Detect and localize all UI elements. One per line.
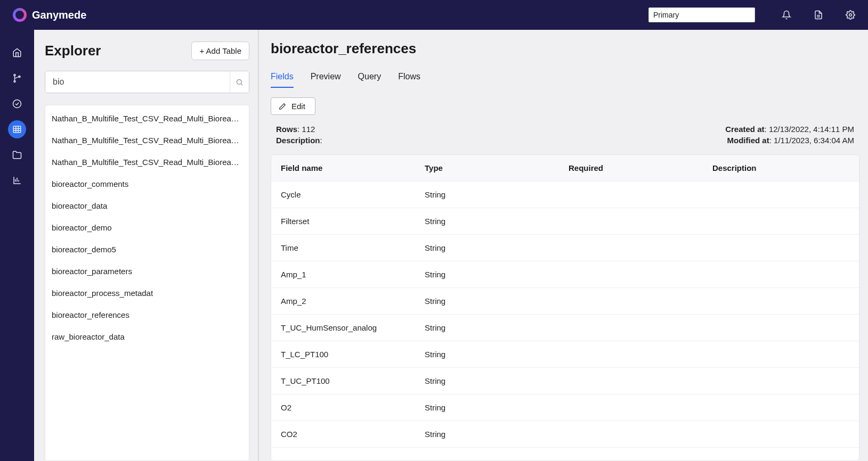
description-label: Description [276,136,320,145]
rail-branch-icon[interactable] [8,69,26,87]
tab-flows[interactable]: Flows [398,72,420,88]
tab-fields[interactable]: Fields [271,72,294,88]
col-field-name: Field name [281,163,425,172]
cell-name: T_UC_HumSensor_analog [281,323,425,332]
notifications-icon[interactable] [782,10,791,20]
rail-folder-icon[interactable] [8,146,26,164]
search-icon [236,78,244,86]
cell-type: String [425,403,569,412]
fields-table: Field name Type Required Description Cyc… [271,154,859,461]
environment-select[interactable] [648,7,755,22]
cell-type: String [425,270,569,279]
rail-check-icon[interactable] [8,95,26,113]
tab-query[interactable]: Query [358,72,382,88]
brand-logo-icon [13,8,27,22]
table-row[interactable]: T_LC_PT100String [271,341,859,368]
table-list-item[interactable]: Nathan_B_Multifile_Test_CSV_Read_Multi_B… [45,108,249,129]
edit-icon [279,103,286,110]
table-list-item[interactable]: raw_bioreactor_data [45,326,249,348]
cell-name: Cycle [281,190,425,199]
cell-type: String [425,297,569,306]
table-row[interactable]: CO2String [271,421,859,448]
tab-preview[interactable]: Preview [311,72,341,88]
svg-point-4 [14,81,15,83]
svg-point-12 [237,79,242,84]
svg-point-6 [13,100,21,108]
table-row[interactable]: TimeString [271,235,859,261]
rows-label: Rows [276,125,297,134]
table-list-item[interactable]: bioreactor_data [45,195,249,217]
cell-name: Time [281,243,425,252]
table-list-item[interactable]: bioreactor_comments [45,173,249,195]
cell-type: String [425,243,569,252]
table-list-item[interactable]: bioreactor_demo [45,217,249,238]
meta-block: Rows: 112 Description: Created at: 12/13… [271,125,859,147]
settings-icon[interactable] [846,10,855,20]
cell-type: String [425,376,569,385]
detail-panel: bioreactor_references Fields Preview Que… [259,30,868,461]
svg-point-3 [14,75,15,76]
page-title: bioreactor_references [271,40,859,57]
table-list-item[interactable]: Nathan_B_Multifile_Test_CSV_Read_Multi_B… [45,129,249,151]
table-row[interactable]: T_UC_HumSensor_analogString [271,315,859,341]
table-row[interactable]: FiltersetString [271,208,859,235]
table-list-item[interactable]: bioreactor_references [45,304,249,326]
search-wrap [45,71,249,93]
sidebar-rail [0,30,34,461]
explorer-title: Explorer [45,43,101,59]
table-row[interactable]: Amp_1String [271,261,859,288]
table-list-item[interactable]: bioreactor_process_metadat [45,282,249,304]
cell-type: String [425,350,569,359]
col-type: Type [425,163,569,172]
modified-value: 1/11/2023, 6:34:04 AM [774,136,854,145]
table-list[interactable]: Nathan_B_Multifile_Test_CSV_Read_Multi_B… [45,105,249,461]
table-row[interactable]: CycleString [271,182,859,208]
rail-table-icon[interactable] [8,120,26,138]
col-description: Description [712,163,849,172]
cell-name: O2 [281,403,425,412]
table-row[interactable]: O2String [271,394,859,421]
table-list-item[interactable]: bioreactor_demo5 [45,238,249,260]
cell-name: Amp_2 [281,297,425,306]
fields-table-header: Field name Type Required Description [271,155,859,182]
svg-point-2 [849,14,852,17]
brand[interactable]: Ganymede [13,8,86,22]
search-button[interactable] [230,71,249,93]
cell-name: Amp_1 [281,270,425,279]
brand-name: Ganymede [32,9,86,21]
cell-name: CO2 [281,430,425,439]
cell-name: T_LC_PT100 [281,350,425,359]
col-required: Required [569,163,712,172]
explorer-panel: Explorer + Add Table Nathan_B_Multifile_… [34,30,259,461]
tabs: Fields Preview Query Flows [271,72,859,88]
cell-type: String [425,190,569,199]
search-input[interactable] [45,71,230,93]
cell-name: Filterset [281,217,425,226]
edit-button-label: Edit [291,102,305,111]
cell-type: String [425,217,569,226]
modified-label: Modified at [727,136,769,145]
document-icon[interactable] [814,10,823,20]
created-value: 12/13/2022, 4:14:11 PM [769,125,854,134]
cell-type: String [425,323,569,332]
table-row[interactable]: T_UC_PT100String [271,368,859,394]
rail-home-icon[interactable] [8,44,26,62]
topbar: Ganymede [0,0,868,30]
rail-chart-icon[interactable] [8,171,26,190]
add-table-button[interactable]: + Add Table [191,42,249,60]
cell-name: T_UC_PT100 [281,376,425,385]
table-row[interactable]: Amp_2String [271,288,859,315]
svg-line-13 [241,84,242,85]
table-list-item[interactable]: Nathan_B_Multifile_Test_CSV_Read_Multi_B… [45,151,249,173]
edit-button[interactable]: Edit [271,97,315,115]
svg-rect-7 [13,126,21,133]
created-label: Created at [725,125,764,134]
cell-type: String [425,430,569,439]
rows-value: 112 [302,125,315,134]
table-list-item[interactable]: bioreactor_parameters [45,260,249,282]
